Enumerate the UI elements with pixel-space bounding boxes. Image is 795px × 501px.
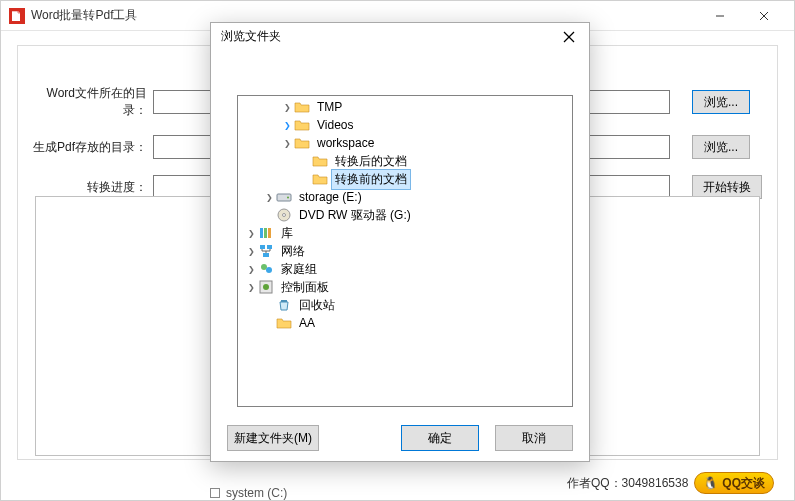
tree-spacer — [298, 154, 312, 168]
tree-node-label: TMP — [314, 99, 345, 115]
chevron-right-icon[interactable]: ❯ — [280, 136, 294, 150]
folder-tree[interactable]: ❯TMP❯Videos❯workspace转换后的文档转换前的文档❯storag… — [237, 95, 573, 407]
tree-node-label: Videos — [314, 117, 356, 133]
svg-rect-12 — [268, 228, 271, 238]
chevron-right-icon[interactable]: ❯ — [280, 100, 294, 114]
svg-rect-13 — [260, 245, 265, 249]
tree-node[interactable]: 转换前的文档 — [238, 170, 572, 188]
folder-icon — [294, 117, 310, 133]
tree-node-label: DVD RW 驱动器 (G:) — [296, 206, 414, 225]
svg-point-17 — [266, 267, 272, 273]
svg-point-16 — [261, 264, 267, 270]
drive-icon — [276, 189, 292, 205]
tree-spacer — [262, 298, 276, 312]
folder-icon — [276, 315, 292, 331]
svg-rect-14 — [267, 245, 272, 249]
tree-node[interactable]: ❯workspace — [238, 134, 572, 152]
tree-node-label: 家庭组 — [278, 260, 320, 279]
tree-node[interactable]: AA — [238, 314, 572, 332]
tree-node-label: workspace — [314, 135, 377, 151]
chevron-right-icon[interactable]: ❯ — [262, 190, 276, 204]
svg-point-9 — [283, 214, 286, 217]
svg-point-7 — [287, 197, 289, 199]
tree-node[interactable]: ❯TMP — [238, 98, 572, 116]
tree-node-label: 网络 — [278, 242, 308, 261]
network-icon — [258, 243, 274, 259]
svg-rect-11 — [264, 228, 267, 238]
chevron-right-icon[interactable]: ❯ — [244, 280, 258, 294]
tree-spacer — [262, 208, 276, 222]
dialog-title: 浏览文件夹 — [221, 28, 281, 45]
tree-node-label: 库 — [278, 224, 296, 243]
chevron-right-icon[interactable]: ❯ — [244, 244, 258, 258]
browse-folder-dialog: 浏览文件夹 ❯TMP❯Videos❯workspace转换后的文档转换前的文档❯… — [210, 22, 590, 462]
tree-node-label: 回收站 — [296, 296, 338, 315]
svg-rect-10 — [260, 228, 263, 238]
tree-node-label: storage (E:) — [296, 189, 365, 205]
tree-node[interactable]: DVD RW 驱动器 (G:) — [238, 206, 572, 224]
tree-node[interactable]: 转换后的文档 — [238, 152, 572, 170]
svg-rect-15 — [263, 253, 269, 257]
svg-rect-20 — [281, 300, 287, 302]
tree-spacer — [298, 172, 312, 186]
tree-node-label: 转换后的文档 — [332, 152, 410, 171]
tree-node[interactable]: ❯storage (E:) — [238, 188, 572, 206]
cancel-button[interactable]: 取消 — [495, 425, 573, 451]
recycle-bin-icon — [276, 297, 292, 313]
disc-icon — [276, 207, 292, 223]
tree-node[interactable]: ❯网络 — [238, 242, 572, 260]
tree-node-label: 转换前的文档 — [332, 170, 410, 189]
tree-node[interactable]: ❯Videos — [238, 116, 572, 134]
folder-icon — [312, 171, 328, 187]
dialog-close-button[interactable] — [549, 23, 589, 51]
control-panel-icon — [258, 279, 274, 295]
tree-node[interactable]: ❯库 — [238, 224, 572, 242]
ok-button[interactable]: 确定 — [401, 425, 479, 451]
modal-overlay: 浏览文件夹 ❯TMP❯Videos❯workspace转换后的文档转换前的文档❯… — [0, 0, 795, 501]
tree-spacer — [262, 316, 276, 330]
library-icon — [258, 225, 274, 241]
homegroup-icon — [258, 261, 274, 277]
stray-item: system (C:) — [210, 484, 287, 501]
chevron-right-icon[interactable]: ❯ — [280, 118, 294, 132]
dialog-button-row: 新建文件夹(M) 确定 取消 — [211, 415, 589, 461]
chevron-right-icon[interactable]: ❯ — [244, 226, 258, 240]
tree-node[interactable]: ❯家庭组 — [238, 260, 572, 278]
stray-icon — [210, 488, 220, 498]
new-folder-button[interactable]: 新建文件夹(M) — [227, 425, 319, 451]
folder-icon — [294, 135, 310, 151]
tree-node-label: AA — [296, 315, 318, 331]
folder-icon — [312, 153, 328, 169]
tree-node[interactable]: 回收站 — [238, 296, 572, 314]
tree-node-label: 控制面板 — [278, 278, 332, 297]
stray-label: system (C:) — [226, 486, 287, 500]
svg-point-19 — [263, 284, 269, 290]
dialog-titlebar: 浏览文件夹 — [211, 23, 589, 51]
chevron-right-icon[interactable]: ❯ — [244, 262, 258, 276]
tree-node[interactable]: ❯控制面板 — [238, 278, 572, 296]
folder-icon — [294, 99, 310, 115]
